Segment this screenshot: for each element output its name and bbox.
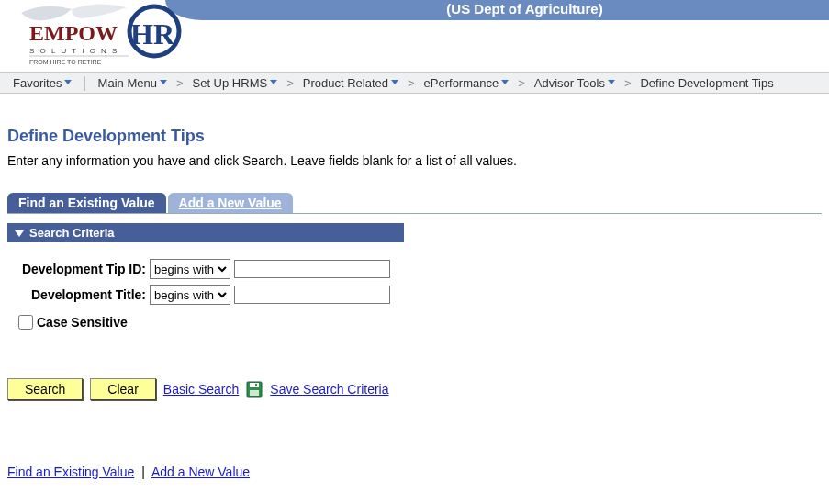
svg-text:S O L U T I O N S: S O L U T I O N S [29, 47, 118, 55]
svg-marker-9 [608, 80, 615, 84]
search-criteria-body: Development Tip ID: begins with Developm… [7, 242, 822, 340]
bottom-links: Find an Existing Value | Add a New Value [7, 465, 822, 479]
search-criteria-header[interactable]: Search Criteria [7, 223, 404, 242]
chevron-right-icon: > [283, 76, 297, 90]
nav-label: Main Menu [98, 76, 157, 90]
search-button[interactable]: Search [7, 378, 83, 400]
clear-button[interactable]: Clear [90, 378, 155, 400]
empowhr-logo: EMPOW HR S O L U T I O N S FROM HIRE TO … [17, 0, 200, 72]
nav-main-menu[interactable]: Main Menu [93, 76, 173, 90]
dropdown-icon [608, 80, 615, 85]
action-row: Search Clear Basic Search Save Search Cr… [7, 378, 822, 400]
nav-label: Product Related [303, 76, 388, 90]
nav-label: ePerformance [424, 76, 499, 90]
svg-rect-13 [250, 390, 259, 396]
app-header: (US Dept of Agriculture) EMPOW HR S O L … [0, 0, 829, 72]
nav-advisor-tools[interactable]: Advisor Tools [529, 76, 621, 90]
dropdown-icon [64, 80, 72, 85]
search-criteria-label: Search Criteria [29, 226, 115, 240]
chevron-right-icon: > [514, 76, 529, 90]
operator-select-title[interactable]: begins with [150, 285, 230, 305]
svg-text:FROM HIRE TO RETIRE: FROM HIRE TO RETIRE [29, 59, 102, 65]
org-banner: (US Dept of Agriculture) [220, 0, 829, 20]
svg-marker-4 [64, 80, 72, 84]
logo-text-hr: HR [130, 17, 175, 50]
save-search-criteria-link[interactable]: Save Search Criteria [270, 382, 388, 397]
nav-define-development-tips[interactable]: Define Development Tips [634, 76, 779, 90]
page-content: Define Development Tips Enter any inform… [0, 94, 829, 487]
nav-label: Set Up HRMS [193, 76, 268, 90]
svg-marker-7 [391, 80, 398, 84]
dropdown-icon [391, 80, 398, 85]
input-development-tip-id[interactable] [234, 260, 390, 278]
checkbox-case-sensitive[interactable] [18, 315, 33, 330]
logo-text-empow: EMPOW [29, 21, 118, 45]
save-disk-icon [246, 381, 263, 398]
field-row-development-title: Development Title: begins with [7, 285, 822, 305]
dropdown-icon [501, 80, 509, 85]
nav-label: Define Development Tips [640, 76, 773, 90]
nav-setup-hrms[interactable]: Set Up HRMS [187, 76, 284, 90]
dropdown-icon [270, 80, 277, 85]
svg-marker-10 [15, 230, 24, 237]
nav-favorites[interactable]: Favorites [7, 76, 77, 90]
case-sensitive-row: Case Sensitive [15, 312, 822, 332]
nav-label: Advisor Tools [534, 76, 605, 90]
svg-marker-5 [160, 80, 167, 84]
breadcrumb-nav: Favorites │ Main Menu > Set Up HRMS > Pr… [0, 72, 829, 94]
chevron-right-icon: > [173, 76, 187, 90]
chevron-right-icon: > [621, 76, 635, 90]
nav-label: Favorites [13, 76, 62, 90]
label-case-sensitive: Case Sensitive [37, 315, 128, 330]
tab-add-new[interactable]: Add a New Value [168, 193, 293, 213]
bottom-divider: | [138, 465, 149, 479]
dropdown-icon [160, 80, 167, 85]
svg-rect-14 [255, 384, 257, 386]
collapse-triangle-icon [15, 229, 24, 238]
operator-select-tip-id[interactable]: begins with [150, 259, 230, 279]
nav-divider-icon: │ [77, 76, 92, 90]
svg-marker-6 [270, 80, 277, 84]
nav-product-related[interactable]: Product Related [297, 76, 404, 90]
basic-search-link[interactable]: Basic Search [163, 382, 239, 397]
label-development-tip-id: Development Tip ID: [7, 262, 150, 276]
tab-find-existing[interactable]: Find an Existing Value [7, 193, 166, 213]
page-instructions: Enter any information you have and click… [7, 153, 822, 168]
bottom-find-existing-link[interactable]: Find an Existing Value [7, 465, 134, 479]
chevron-right-icon: > [404, 76, 419, 90]
input-development-title[interactable] [234, 286, 390, 304]
field-row-tip-id: Development Tip ID: begins with [7, 259, 822, 279]
label-development-title: Development Title: [7, 287, 150, 302]
svg-marker-8 [501, 80, 509, 84]
bottom-add-new-link[interactable]: Add a New Value [151, 465, 250, 479]
tab-strip: Find an Existing Value Add a New Value [7, 192, 822, 214]
nav-eperformance[interactable]: ePerformance [419, 76, 515, 90]
page-title: Define Development Tips [7, 127, 822, 146]
svg-rect-12 [250, 383, 259, 387]
